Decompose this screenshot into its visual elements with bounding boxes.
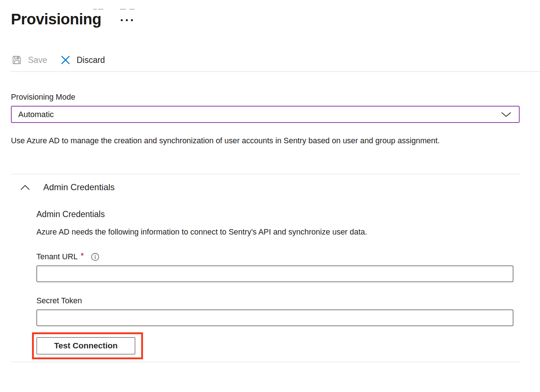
toolbar-divider	[10, 71, 540, 72]
provisioning-page: Provisioning Save	[0, 9, 540, 362]
chevron-down-icon	[501, 111, 512, 118]
admin-credentials-section-toggle[interactable]: Admin Credentials	[11, 181, 520, 193]
admin-credentials-section-body: Admin Credentials Azure AD needs the fol…	[36, 209, 520, 359]
secret-token-label: Secret Token	[36, 296, 82, 305]
required-marker: *	[81, 251, 84, 261]
clipped-breadcrumb-remnant	[98, 9, 103, 10]
page-header: Provisioning	[11, 9, 520, 30]
clipped-breadcrumb-remnant	[120, 9, 126, 10]
info-icon[interactable]	[91, 252, 100, 261]
ellipsis-icon	[121, 19, 123, 21]
provisioning-mode-dropdown[interactable]: Automatic	[11, 106, 520, 123]
clipped-breadcrumb-remnant	[130, 9, 135, 10]
more-menu-button[interactable]	[120, 17, 134, 23]
clipped-breadcrumb-remnant	[93, 9, 97, 10]
section-divider	[11, 174, 520, 174]
secret-token-label-row: Secret Token	[36, 296, 520, 306]
discard-button[interactable]: Discard	[60, 55, 105, 65]
command-bar: Save Discard	[11, 52, 520, 68]
ellipsis-icon	[126, 19, 128, 21]
tenant-url-label-row: Tenant URL *	[36, 252, 520, 262]
tenant-url-input[interactable]	[36, 265, 513, 282]
provisioning-mode-label: Provisioning Mode	[11, 92, 520, 102]
page-title: Provisioning	[11, 11, 101, 28]
chevron-up-icon	[20, 184, 30, 191]
save-icon	[11, 54, 23, 66]
tenant-url-label: Tenant URL	[36, 252, 78, 261]
provisioning-mode-value: Automatic	[18, 110, 54, 119]
bottom-divider	[11, 362, 520, 362]
annotation-highlight-box: Test Connection	[32, 332, 143, 359]
admin-credentials-description: Azure AD needs the following information…	[36, 227, 520, 237]
admin-credentials-section-title: Admin Credentials	[43, 182, 115, 192]
admin-credentials-heading: Admin Credentials	[36, 209, 520, 219]
discard-label: Discard	[76, 55, 105, 65]
test-connection-button[interactable]: Test Connection	[36, 337, 135, 355]
provisioning-mode-description: Use Azure AD to manage the creation and …	[11, 133, 488, 148]
save-label: Save	[28, 55, 47, 65]
save-button[interactable]: Save	[11, 54, 47, 66]
secret-token-input[interactable]	[36, 309, 513, 326]
x-icon	[60, 55, 71, 65]
ellipsis-icon	[131, 19, 133, 21]
